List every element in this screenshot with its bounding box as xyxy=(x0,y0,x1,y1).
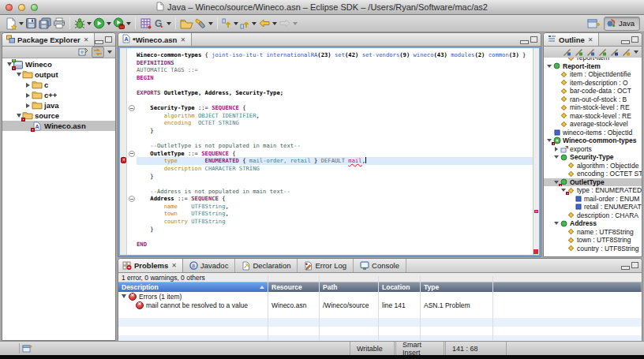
overview-search-marker[interactable] xyxy=(534,210,538,213)
minimize-outline-button[interactable] xyxy=(621,36,628,43)
code-line[interactable]: BEGIN xyxy=(137,74,533,82)
overview-ruler[interactable] xyxy=(533,48,539,255)
outline-item-algorithm[interactable]: algorithm : ObjectIde xyxy=(544,162,642,170)
minimize-editor-button[interactable] xyxy=(520,36,527,43)
prev-annotation-dropdown-icon[interactable] xyxy=(252,22,256,25)
code-line[interactable]: } xyxy=(137,226,533,234)
run-button[interactable] xyxy=(92,17,112,31)
outline-item-ran-out-of-stock[interactable]: ran-out-of-stock : B xyxy=(544,95,642,104)
outline-filter-button-3[interactable] xyxy=(586,48,595,57)
outline-item-exports[interactable]: exports xyxy=(544,145,642,154)
code-line[interactable]: name UTF8String, xyxy=(137,203,533,211)
problems-group-row[interactable]: Errors (1 item) xyxy=(118,292,642,301)
outline-item-average-stock-level[interactable]: average-stock-level xyxy=(544,120,642,129)
collapse-arrow-icon[interactable] xyxy=(546,65,552,68)
close-view-icon[interactable]: ✕ xyxy=(171,262,177,269)
collapse-arrow-icon[interactable] xyxy=(15,73,22,77)
outline-menu-icon[interactable] xyxy=(634,50,638,54)
fold-collapse-icon[interactable] xyxy=(129,105,135,111)
code-line[interactable]: OutletType ::= SEQUENCE { xyxy=(137,150,533,158)
code-line[interactable] xyxy=(137,97,533,105)
outline-filter-button-5[interactable] xyxy=(610,48,619,57)
column-header-resource[interactable]: Resource xyxy=(268,282,320,292)
code-line[interactable]: EXPORTS OutletType, Address, Security-Ty… xyxy=(137,89,533,97)
tree-item-output[interactable]: output xyxy=(2,69,115,80)
outline-item-town[interactable]: town : UTF8String xyxy=(544,236,642,245)
minimize-problems-button[interactable] xyxy=(621,262,628,268)
close-window-button[interactable] xyxy=(6,4,13,11)
outline-filter-button-6[interactable] xyxy=(622,48,631,57)
tab-wineco-asn[interactable]: A *Wineco.asn ✕ xyxy=(118,33,192,46)
tree-item-c[interactable]: c xyxy=(2,80,115,90)
code-line[interactable] xyxy=(137,81,533,89)
link-with-editor-button[interactable] xyxy=(92,47,104,58)
outline-item-description[interactable]: description : CHARA xyxy=(544,211,642,220)
minimize-window-button[interactable] xyxy=(18,4,25,11)
collapse-all-button[interactable] xyxy=(78,47,88,57)
code-line[interactable]: AUTOMATIC TAGS ::= xyxy=(137,66,533,74)
run-dropdown-icon[interactable] xyxy=(107,22,111,25)
tree-item-source[interactable]: source xyxy=(2,110,115,121)
outline-item-bar-code-data[interactable]: bar-code-data : OCT xyxy=(544,87,642,95)
column-header-path[interactable]: Path xyxy=(320,282,379,292)
outline-item-min-stock-level[interactable]: min-stock-level : RE xyxy=(544,103,642,112)
minimize-view-button[interactable] xyxy=(95,36,102,43)
code-line[interactable]: END xyxy=(137,241,533,249)
expand-arrow-icon[interactable] xyxy=(553,147,560,151)
outline-filter-button-4[interactable] xyxy=(598,48,607,57)
tab-problems[interactable]: Problems✕ xyxy=(118,259,183,272)
code-line[interactable]: town UTF8String, xyxy=(137,210,533,218)
tab-package-explorer[interactable]: Package Explorer ✕ xyxy=(2,33,95,46)
code-line[interactable]: description CHARACTER STRING xyxy=(137,165,533,173)
outline-item-item-description[interactable]: item-description : O xyxy=(544,79,642,88)
tab-javadoc[interactable]: aJavadoc xyxy=(183,259,235,272)
code-line[interactable]: --OutletType is not populated in main te… xyxy=(137,142,533,150)
search-dropdown-icon[interactable] xyxy=(208,22,213,25)
new-wizard-button[interactable] xyxy=(4,17,24,31)
tree-item-wineco[interactable]: Wineco xyxy=(2,59,115,69)
code-line[interactable]: Wineco-common-types { joint-iso-itu-t in… xyxy=(137,51,533,59)
code-line[interactable] xyxy=(137,233,533,241)
code-line[interactable]: country UTF8String xyxy=(137,218,533,226)
tree-item-java[interactable]: java xyxy=(2,100,115,110)
column-header-description[interactable]: Description xyxy=(118,282,268,292)
debug-button[interactable] xyxy=(73,17,92,31)
outline-item-outlettype[interactable]: OutletType xyxy=(544,178,642,187)
outline-filter-button-2[interactable] xyxy=(575,48,583,57)
annotation-ruler[interactable] xyxy=(120,48,127,255)
collapse-arrow-icon[interactable] xyxy=(553,155,560,159)
outline-item-country[interactable]: country : UTF8String xyxy=(544,245,642,253)
expand-arrow-icon[interactable] xyxy=(24,103,32,108)
forward-button[interactable] xyxy=(278,17,298,31)
problems-error-row[interactable]: mail cannot be resolved to a valueWineco… xyxy=(118,301,642,309)
code-line[interactable]: type ENUMERATED { mail-order, retail } D… xyxy=(137,157,533,165)
code-line[interactable]: --Address is not populated in main text-… xyxy=(137,188,533,196)
tree-item-c[interactable]: c++ xyxy=(2,90,115,100)
maximize-view-button[interactable] xyxy=(105,36,112,43)
next-annotation-dropdown-icon[interactable] xyxy=(234,22,238,25)
debug-dropdown-icon[interactable] xyxy=(87,22,92,25)
collapse-arrow-icon[interactable] xyxy=(553,222,560,225)
asn-navigate-button[interactable]: G xyxy=(152,17,172,31)
run-external-dropdown-icon[interactable] xyxy=(126,22,131,25)
code-line[interactable]: } xyxy=(137,127,533,135)
code-line[interactable]: algorithm OBJECT IDENTIFIER, xyxy=(137,112,533,120)
outline-item-wineco-common-types[interactable]: Wineco-common-types xyxy=(544,136,642,145)
folding-ruler[interactable] xyxy=(128,48,137,255)
maximize-problems-button[interactable] xyxy=(631,262,638,268)
fold-collapse-icon[interactable] xyxy=(129,196,135,202)
java-perspective-button[interactable]: Java xyxy=(604,17,640,31)
close-view-icon[interactable]: ✕ xyxy=(84,36,89,43)
outline-item-address[interactable]: Address xyxy=(544,219,642,228)
outline-item-encoding[interactable]: encoding : OCTET ST xyxy=(544,170,642,178)
expand-arrow-icon[interactable] xyxy=(24,93,32,98)
editor-content[interactable]: Wineco-common-types { joint-iso-itu-t in… xyxy=(118,47,541,256)
code-area[interactable]: Wineco-common-types { joint-iso-itu-t in… xyxy=(137,48,533,255)
zoom-window-button[interactable] xyxy=(31,4,38,11)
tree-item-wineco-asn[interactable]: AWineco.asn xyxy=(2,121,115,131)
tab-declaration[interactable]: Declaration xyxy=(235,259,298,272)
search-button[interactable] xyxy=(194,17,214,31)
prev-annotation-button[interactable] xyxy=(239,17,257,31)
view-menu-icon[interactable] xyxy=(107,50,112,54)
back-button[interactable] xyxy=(257,17,278,31)
